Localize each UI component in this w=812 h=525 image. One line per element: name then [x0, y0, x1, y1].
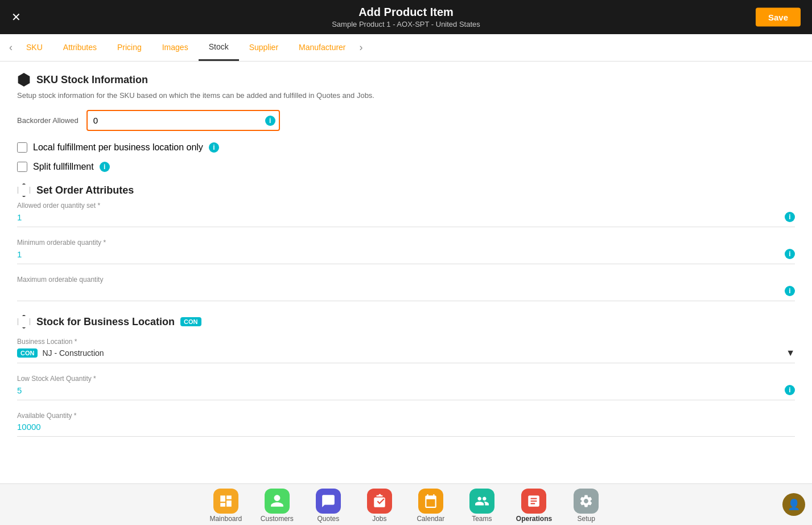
sku-stock-title: SKU Stock Information	[36, 74, 148, 86]
allowed-qty-row: 1 i	[17, 212, 795, 227]
bottom-nav: Mainboard Customers Quotes Jobs Calendar…	[0, 483, 812, 525]
mainboard-label: Mainboard	[209, 515, 242, 523]
min-qty-row: 1 i	[17, 249, 795, 264]
available-qty-label: Available Quantity *	[17, 412, 795, 420]
available-qty-row: 10000	[17, 422, 795, 437]
biz-location-dropdown-arrow[interactable]: ▼	[786, 348, 795, 358]
stock-biz-header: Stock for Business Location CON	[17, 315, 795, 329]
mainboard-icon	[213, 489, 238, 514]
teams-icon	[469, 489, 494, 514]
low-stock-group: Low Stock Alert Quantity * 5 i	[17, 375, 795, 400]
teams-label: Teams	[472, 515, 492, 523]
nav-operations[interactable]: Operations	[516, 489, 552, 523]
nav-setup[interactable]: Setup	[569, 489, 603, 523]
tab-pricing[interactable]: Pricing	[107, 35, 152, 61]
available-qty-group: Available Quantity * 10000	[17, 412, 795, 437]
operations-icon	[521, 489, 546, 514]
tab-attributes[interactable]: Attributes	[53, 35, 107, 61]
page-header: ✕ Add Product Item Sample Product 1 - AO…	[0, 0, 812, 34]
split-fulfillment-info-icon[interactable]: i	[100, 162, 110, 172]
order-attrs-header: Set Order Attributes	[17, 183, 795, 197]
page-title: Add Product Item	[34, 6, 778, 19]
operations-label: Operations	[516, 515, 552, 523]
quotes-icon	[316, 489, 341, 514]
local-fulfillment-label: Local fulfillment per business location …	[33, 142, 203, 153]
stock-biz-badge: CON	[180, 317, 201, 326]
allowed-qty-value[interactable]: 1	[17, 212, 785, 222]
setup-icon	[574, 489, 599, 514]
available-qty-value[interactable]: 10000	[17, 422, 795, 432]
low-stock-value[interactable]: 5	[17, 385, 785, 395]
backorder-info-icon[interactable]: i	[265, 116, 275, 126]
tab-supplier[interactable]: Supplier	[239, 35, 288, 61]
max-qty-label: Maximum orderable quantity	[17, 276, 795, 284]
nav-quotes[interactable]: Quotes	[311, 489, 345, 523]
setup-label: Setup	[577, 515, 595, 523]
calendar-icon	[418, 489, 443, 514]
nav-customers[interactable]: Customers	[260, 489, 294, 523]
biz-location-label: Business Location *	[17, 338, 795, 346]
tab-manufacturer[interactable]: Manufacturer	[288, 35, 356, 61]
local-fulfillment-checkbox[interactable]	[17, 142, 27, 153]
backorder-label: Backorder Allowed	[17, 116, 79, 125]
tab-prev-arrow[interactable]: ‹	[6, 36, 16, 59]
sku-stock-desc: Setup stock information for the SKU base…	[17, 91, 795, 100]
low-stock-info-icon[interactable]: i	[785, 385, 795, 395]
close-button[interactable]: ✕	[11, 10, 21, 24]
tab-bar: ‹ SKU Attributes Pricing Images Stock Su…	[0, 34, 812, 61]
min-qty-info-icon[interactable]: i	[785, 249, 795, 259]
order-attrs-section: Set Order Attributes Allowed order quant…	[17, 183, 795, 301]
allowed-qty-label: Allowed order quantity set *	[17, 202, 795, 210]
biz-location-badge: CON	[17, 348, 38, 358]
biz-location-row: CON NJ - Construction ▼	[17, 348, 795, 363]
backorder-input-wrap: i	[86, 110, 280, 131]
nav-mainboard[interactable]: Mainboard	[209, 489, 243, 523]
split-fulfillment-checkbox[interactable]	[17, 162, 27, 172]
backorder-row: Backorder Allowed i	[17, 110, 795, 131]
sku-stock-section-header: SKU Stock Information	[17, 73, 795, 87]
allowed-qty-group: Allowed order quantity set * 1 i	[17, 202, 795, 227]
max-qty-info-icon[interactable]: i	[785, 286, 795, 296]
tab-images[interactable]: Images	[152, 35, 199, 61]
quotes-label: Quotes	[317, 515, 339, 523]
max-qty-group: Maximum orderable quantity i	[17, 276, 795, 301]
customers-label: Customers	[261, 515, 294, 523]
split-fulfillment-row: Split fullfillment i	[17, 162, 795, 172]
stock-biz-icon	[17, 315, 31, 329]
avatar[interactable]: 👤	[782, 493, 805, 516]
tab-next-arrow[interactable]: ›	[356, 36, 366, 59]
backorder-input[interactable]	[86, 110, 280, 131]
sku-stock-icon	[17, 73, 31, 87]
biz-location-text: NJ - Construction	[42, 348, 104, 358]
nav-teams[interactable]: Teams	[465, 489, 499, 523]
nav-jobs[interactable]: Jobs	[362, 489, 397, 523]
low-stock-label: Low Stock Alert Quantity *	[17, 375, 795, 383]
min-qty-label: Minimum orderable quantity *	[17, 239, 795, 247]
min-qty-group: Minimum orderable quantity * 1 i	[17, 239, 795, 264]
max-qty-row: i	[17, 286, 795, 301]
main-content: SKU Stock Information Setup stock inform…	[0, 61, 812, 483]
low-stock-row: 5 i	[17, 385, 795, 400]
customers-icon	[265, 489, 290, 514]
calendar-label: Calendar	[417, 515, 444, 523]
local-fulfillment-info-icon[interactable]: i	[209, 142, 219, 153]
order-attrs-title: Set Order Attributes	[36, 184, 134, 196]
tab-stock[interactable]: Stock	[199, 34, 239, 61]
stock-biz-title: Stock for Business Location	[36, 316, 175, 328]
local-fulfillment-row: Local fulfillment per business location …	[17, 142, 795, 153]
jobs-label: Jobs	[372, 515, 386, 523]
biz-location-value[interactable]: CON NJ - Construction	[17, 348, 786, 358]
page-subtitle: Sample Product 1 - AOX-SPT - United Stat…	[34, 20, 778, 28]
jobs-icon	[367, 489, 392, 514]
split-fulfillment-label: Split fullfillment	[33, 162, 94, 172]
nav-calendar[interactable]: Calendar	[414, 489, 448, 523]
biz-location-group: Business Location * CON NJ - Constructio…	[17, 338, 795, 363]
allowed-qty-info-icon[interactable]: i	[785, 212, 795, 222]
order-attrs-icon	[17, 183, 31, 197]
min-qty-value[interactable]: 1	[17, 249, 785, 259]
save-button[interactable]: Save	[756, 8, 801, 27]
tab-sku[interactable]: SKU	[16, 35, 53, 61]
